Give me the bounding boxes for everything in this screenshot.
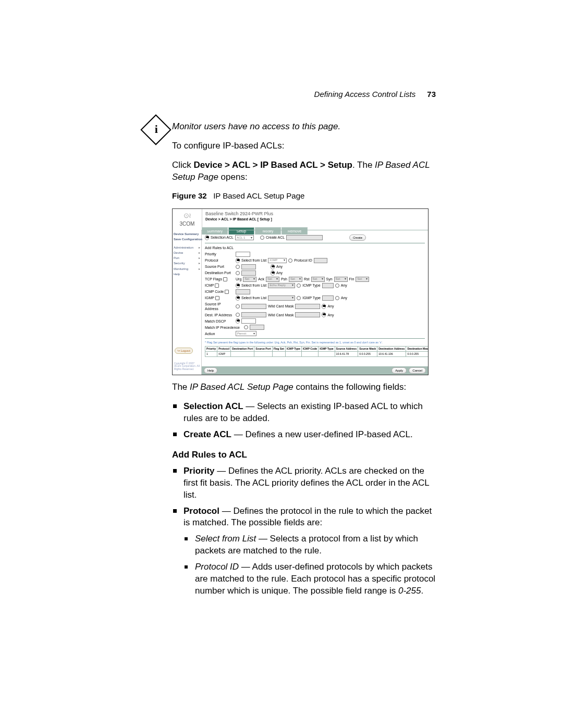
src-ip-any-radio[interactable] [322,304,326,309]
selection-acl-radio[interactable] [205,235,209,240]
table-row[interactable]: 1ICMP 10.6.41.780.0.0.255 10.6.41.1060.0… [205,351,429,356]
src-ip-input[interactable] [241,304,266,309]
field-list-top: Selection ACL — Selects an existing IP-b… [172,401,440,441]
dst-port-input[interactable] [241,270,256,276]
icmp-any-radio[interactable] [335,283,339,288]
protocol-select[interactable]: ICMP [268,258,287,263]
click-path-line: Click Device > ACL > IP Based ACL > Setu… [172,159,440,183]
sidebar-item-port[interactable]: Port▸ [174,255,200,261]
add-rules-heading: Add Rules to ACL [205,245,425,250]
to-configure-line: To configure IP-based ACLs: [172,140,440,152]
running-header: Defining Access Control Lists 73 [314,90,436,98]
dst-port-radio[interactable] [236,271,240,275]
breadcrumb: Device > ACL > IP Based ACL [ Setup ] [205,217,273,221]
icmp-check[interactable] [215,283,219,288]
action-select[interactable]: Permit [236,331,256,336]
protocol-list-radio[interactable] [236,258,240,263]
list-item: Create ACL — Defines a new user-defined … [172,429,440,441]
sidebar-item-save-config[interactable]: Save Configuration [174,237,200,242]
product-title: Baseline Switch 2924-PWR Plus [205,211,273,217]
create-button[interactable]: Create [349,235,366,241]
dst-port-any-radio[interactable] [271,270,275,276]
after-figure-line: The IP Based ACL Setup Page contains the… [172,381,440,393]
body-text: Monitor users have no access to this pag… [172,121,440,597]
dst-mask-input[interactable] [295,312,320,317]
sidebar-item-device-summary[interactable]: Device Summary [174,231,200,237]
dscp-input[interactable] [241,318,256,324]
list-item: Protocol ID — Adds user-defined protocol… [183,561,440,597]
list-item: Protocol — Defines the protocol in the r… [172,505,440,598]
dst-ip-radio[interactable] [236,313,240,317]
dscp-radio[interactable] [236,318,240,324]
add-rules-heading-text: Add Rules to ACL [172,449,440,461]
flag-note: * Flag Set present the flag types in the… [205,341,425,344]
icmp-type-radio[interactable] [297,283,301,288]
ipprec-radio[interactable] [244,325,248,329]
protocol-id-input[interactable] [314,258,327,263]
sidebar-item-help[interactable]: Help [174,272,200,277]
dst-ip-input[interactable] [241,312,266,317]
flag-fin[interactable]: Set [356,277,369,282]
rules-table: PriorityProtocol Destination PortSource … [205,346,428,357]
monitor-note: Monitor users have no access to this pag… [172,121,440,133]
flag-psh[interactable]: Set [289,277,302,282]
create-acl-input[interactable] [286,235,323,240]
info-icon: i [140,114,171,145]
igmp-any-radio[interactable] [335,296,339,300]
flag-ack[interactable]: Set [266,277,279,282]
screenshot-figure: ⊙≀ 3COM Baseline Switch 2924-PWR Plus De… [172,208,429,375]
help-button[interactable]: Help [204,367,217,374]
nav-path: Device > ACL > IP Based ACL > Setup [194,160,352,170]
sidebar-item-administration[interactable]: Administration▸ [174,245,200,250]
igmp-type-radio[interactable] [297,296,301,300]
protocol-id-radio[interactable] [288,258,292,263]
igmp-list-radio[interactable] [236,295,240,301]
sidebar-item-security[interactable]: Security▸ [174,261,200,266]
dst-ip-any-radio[interactable] [322,312,326,317]
icmp-list[interactable]: Echo Reply [268,283,295,288]
figure-caption: Figure 32 IP Based ACL Setup Page [172,191,440,201]
flag-syn[interactable]: Set [334,277,348,282]
sidebar: Device Summary Save Configuration Admini… [173,230,202,375]
src-port-any-radio[interactable] [271,264,275,269]
icmp-code-check[interactable] [225,290,229,294]
logout-button[interactable]: ↪ Logout [175,348,193,354]
selection-acl-select[interactable]: ACL 1 [235,235,254,240]
src-ip-radio[interactable] [236,304,240,309]
tcp-flags-check[interactable] [223,277,227,281]
create-acl-radio[interactable] [260,236,264,240]
icmp-code-input[interactable] [236,289,250,294]
apply-button[interactable]: Apply [391,367,407,374]
ipprec-input[interactable] [250,325,264,330]
main-panel: Selection ACL ACL 1 Create ACL Create Ad… [202,230,428,365]
sidebar-item-device[interactable]: Device▸ [174,250,200,255]
src-port-input[interactable] [241,264,256,269]
footer-bar: Help Apply Cancel [202,366,428,375]
brand-logo: ⊙≀ 3COM [173,209,202,228]
src-port-radio[interactable] [236,265,240,269]
flag-urg[interactable]: Set [243,277,256,282]
flag-rst[interactable]: Set [311,277,325,282]
list-item: Priority — Defines the ACL priority. ACL… [172,465,440,501]
icmp-type-input[interactable] [322,283,334,288]
priority-input[interactable] [236,252,250,257]
igmp-list[interactable] [268,295,295,301]
src-mask-input[interactable] [295,304,320,309]
page-number: 73 [427,90,436,98]
running-title: Defining Access Control Lists [314,90,416,98]
copyright: Copyright © 2007 3Com Corporation. All R… [174,362,200,371]
field-list-rules: Priority — Defines the ACL priority. ACL… [172,465,440,597]
icmp-list-radio[interactable] [236,283,240,288]
cancel-button[interactable]: Cancel [409,367,426,374]
igmp-type-input[interactable] [322,295,334,301]
sidebar-item-monitoring[interactable]: Monitoring▸ [174,266,200,272]
igmp-check[interactable] [215,296,219,300]
list-item: Select from List — Selects a protocol fr… [183,533,440,557]
list-item: Selection ACL — Selects an existing IP-b… [172,401,440,425]
